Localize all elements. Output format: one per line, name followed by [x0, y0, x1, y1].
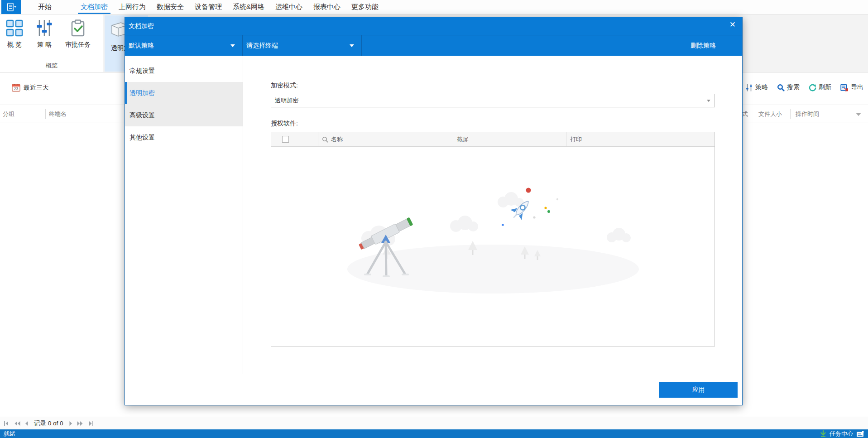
last-page-icon[interactable]: [87, 421, 94, 426]
application-window: 开始 文档加密 上网行为 数据安全 设备管理 系统&网络 运维中心 报表中心 更…: [0, 0, 868, 438]
approval-tasks-label: 审批任务: [65, 41, 91, 49]
prev-page-icon[interactable]: [24, 421, 29, 426]
tab-label: 上网行为: [119, 3, 146, 11]
encrypt-mode-select[interactable]: 透明加密: [271, 94, 715, 107]
tab-label: 文档加密: [81, 3, 108, 11]
column-header-name[interactable]: 名称: [318, 132, 453, 146]
policy-action[interactable]: 策略: [746, 83, 768, 91]
column-header-truncated[interactable]: 式: [742, 110, 748, 118]
column-header-operation-time[interactable]: 操作时间: [796, 110, 819, 118]
delete-policy-label: 删除策略: [691, 42, 716, 50]
column-divider[interactable]: [755, 109, 755, 119]
tab-report-center[interactable]: 报表中心: [308, 0, 346, 14]
refresh-icon: [809, 84, 816, 91]
tab-web-behavior[interactable]: 上网行为: [113, 0, 151, 14]
terminal-dropdown-value: 请选择终端: [246, 42, 278, 50]
tab-start[interactable]: 开始: [33, 0, 57, 14]
column-header-file-size[interactable]: 文件大小: [758, 110, 782, 118]
document-list-icon: [6, 2, 17, 12]
record-count: 记录 0 of 0: [34, 419, 63, 428]
statusbar: 就绪 任务中心: [0, 429, 868, 438]
overview-button[interactable]: 概 览: [3, 17, 26, 51]
policy-label: 策 略: [37, 41, 52, 49]
policy-button[interactable]: 策 略: [33, 17, 56, 51]
approval-tasks-button[interactable]: 审批任务: [62, 17, 93, 51]
tab-device-management[interactable]: 设备管理: [189, 0, 227, 14]
column-header-terminal-name[interactable]: 终端名: [49, 110, 67, 118]
select-all-cell: [271, 132, 300, 146]
delete-policy-button[interactable]: 删除策略: [664, 35, 742, 56]
tab-label: 开始: [38, 3, 52, 11]
download-arrow-icon: [820, 430, 826, 437]
search-action[interactable]: 搜索: [777, 83, 800, 91]
column-divider[interactable]: [45, 109, 46, 119]
authorized-software-label: 授权软件:: [271, 120, 715, 128]
fast-forward-icon[interactable]: [77, 421, 84, 426]
column-divider[interactable]: [790, 109, 791, 119]
tab-data-security[interactable]: 数据安全: [151, 0, 189, 14]
tab-label: 数据安全: [157, 3, 184, 11]
svg-text:23: 23: [14, 87, 19, 91]
chevron-down-icon: [707, 100, 710, 102]
document-encryption-dialog: 文档加密 ✕ 默认策略 请选择终端 删除策略 常规设置 透明加密 高级设置 其他…: [125, 17, 743, 405]
sliders-icon: [35, 19, 53, 37]
dialog-toolbar: 默认策略 请选择终端 删除策略: [125, 35, 742, 56]
dialog-footer: 应用: [125, 374, 742, 405]
sidebar-item-general-settings[interactable]: 常规设置: [125, 60, 243, 82]
policy-dropdown-value: 默认策略: [129, 42, 154, 50]
grid-icon: [5, 19, 24, 37]
sidebar-item-label: 透明加密: [129, 89, 155, 96]
column-header-print[interactable]: 打印: [566, 132, 715, 146]
close-icon[interactable]: ✕: [729, 21, 736, 29]
clipboard-check-icon: [69, 19, 87, 37]
software-table-empty-body: [271, 147, 715, 346]
column-header-label: 打印: [570, 135, 582, 144]
tab-label: 更多功能: [351, 3, 379, 11]
next-page-icon[interactable]: [69, 421, 73, 426]
sidebar-item-other-settings[interactable]: 其他设置: [125, 126, 243, 149]
sidebar-item-label: 常规设置: [129, 67, 155, 74]
chevron-down-icon: [230, 44, 235, 47]
tab-more-features[interactable]: 更多功能: [346, 0, 384, 14]
tab-label: 设备管理: [195, 3, 222, 11]
tab-document-encryption[interactable]: 文档加密: [75, 0, 113, 14]
tab-label: 系统&网络: [233, 3, 264, 11]
authorized-software-table: 名称 截屏 打印: [271, 132, 715, 347]
app-menu-button[interactable]: [1, 0, 21, 14]
dialog-sidebar: 常规设置 透明加密 高级设置 其他设置: [125, 56, 243, 374]
date-filter[interactable]: 23 最近三天: [12, 83, 49, 92]
sidebar-item-transparent-encryption[interactable]: 透明加密: [125, 82, 243, 104]
encrypt-mode-value: 透明加密: [275, 97, 298, 104]
task-monitor-icon[interactable]: [856, 431, 864, 437]
spacer-column: [300, 132, 318, 146]
dialog-title: 文档加密: [129, 22, 154, 30]
encrypt-mode-label: 加密模式:: [271, 82, 715, 90]
tab-ops-center[interactable]: 运维中心: [270, 0, 308, 14]
task-center-button[interactable]: 任务中心: [830, 430, 853, 438]
policy-action-label: 策略: [755, 83, 768, 91]
search-icon: [322, 136, 328, 143]
apply-button[interactable]: 应用: [659, 382, 738, 398]
menubar: 开始 文档加密 上网行为 数据安全 设备管理 系统&网络 运维中心 报表中心 更…: [0, 0, 868, 14]
dialog-body: 常规设置 透明加密 高级设置 其他设置 加密模式: 透明加密 授权软件:: [125, 56, 742, 374]
overview-label: 概 览: [7, 41, 22, 49]
export-icon: [840, 84, 849, 91]
sidebar-item-advanced-settings[interactable]: 高级设置: [125, 104, 243, 126]
tab-system-network[interactable]: 系统&网络: [227, 0, 270, 14]
first-page-icon[interactable]: [4, 421, 10, 426]
tab-label: 报表中心: [313, 3, 340, 11]
policy-dropdown[interactable]: 默认策略: [125, 35, 243, 56]
pagination-bar: 记录 0 of 0: [0, 417, 868, 429]
refresh-action[interactable]: 刷新: [809, 83, 831, 91]
export-action[interactable]: 导出: [840, 83, 863, 91]
sidebar-item-label: 其他设置: [129, 134, 155, 141]
fast-backward-icon[interactable]: [14, 421, 21, 426]
dialog-titlebar[interactable]: 文档加密 ✕: [125, 17, 742, 35]
select-all-checkbox[interactable]: [282, 136, 289, 143]
column-header-screenshot[interactable]: 截屏: [453, 132, 566, 146]
terminal-dropdown[interactable]: 请选择终端: [243, 35, 362, 56]
filter-caret-icon[interactable]: [856, 113, 861, 116]
toolbar-spacer: [362, 35, 664, 56]
column-header-group[interactable]: 分组: [3, 110, 14, 118]
status-ready-text: 就绪: [4, 430, 15, 438]
